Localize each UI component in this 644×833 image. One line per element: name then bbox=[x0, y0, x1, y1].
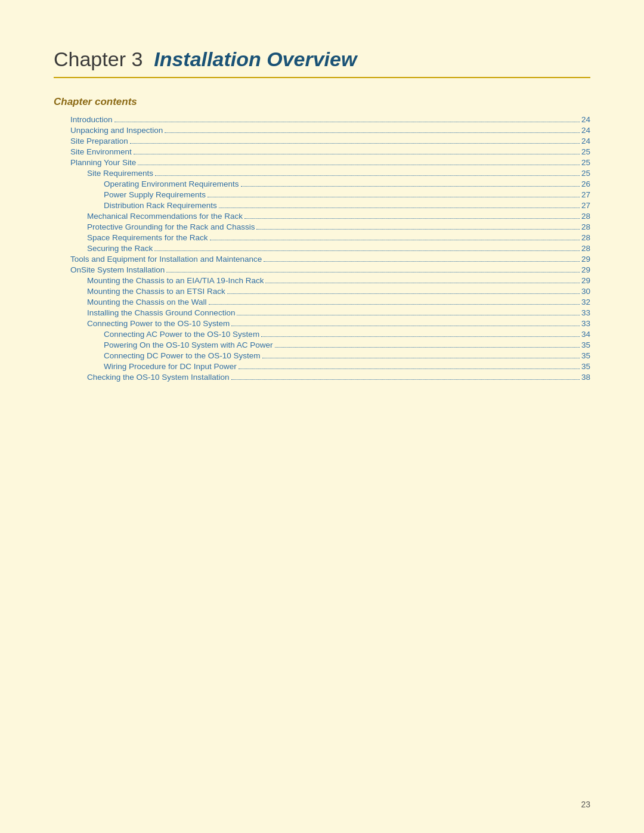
toc-page: 30 bbox=[581, 287, 590, 296]
toc-label: Protective Grounding for the Rack and Ch… bbox=[87, 222, 255, 231]
toc-entry[interactable]: Mechanical Recommendations for the Rack2… bbox=[54, 212, 590, 221]
toc-page: 35 bbox=[581, 362, 590, 371]
toc-page: 24 bbox=[581, 126, 590, 135]
chapter-title-text: Installation Overview bbox=[154, 48, 357, 70]
toc-dots bbox=[138, 165, 580, 165]
toc-entry[interactable]: Connecting Power to the OS-10 System33 bbox=[54, 319, 590, 328]
toc-page: 24 bbox=[581, 115, 590, 124]
toc-label: Operating Environment Requirements bbox=[104, 179, 239, 188]
toc-dots bbox=[155, 175, 580, 176]
toc-entry[interactable]: Site Requirements25 bbox=[54, 169, 590, 178]
page: Chapter 3 Installation Overview Chapter … bbox=[0, 0, 644, 833]
toc-entry[interactable]: Securing the Rack28 bbox=[54, 244, 590, 253]
toc-dots bbox=[165, 132, 580, 133]
toc-page: 29 bbox=[581, 255, 590, 264]
toc-dots bbox=[275, 347, 580, 348]
toc-label: Planning Your Site bbox=[70, 158, 136, 167]
toc-entry[interactable]: Installing the Chassis Ground Connection… bbox=[54, 308, 590, 317]
toc-page: 24 bbox=[581, 137, 590, 145]
toc-dots bbox=[114, 122, 580, 122]
toc-entry[interactable]: Wiring Procedure for DC Input Power35 bbox=[54, 362, 590, 371]
toc-entry[interactable]: Site Preparation24 bbox=[54, 137, 590, 145]
toc-dots bbox=[264, 261, 580, 262]
toc-page: 35 bbox=[581, 340, 590, 349]
toc-dots bbox=[241, 186, 580, 187]
toc-label: Space Requirements for the Rack bbox=[87, 233, 208, 242]
toc-dots bbox=[130, 143, 580, 144]
chapter-prefix: Chapter 3 bbox=[54, 48, 143, 70]
toc-dots bbox=[227, 293, 580, 294]
toc-dots bbox=[219, 208, 580, 208]
toc-dots bbox=[265, 283, 580, 283]
toc-label: Tools and Equipment for Installation and… bbox=[70, 255, 262, 264]
toc-entry[interactable]: Planning Your Site25 bbox=[54, 158, 590, 167]
toc-entry[interactable]: Distribution Rack Requirements27 bbox=[54, 201, 590, 210]
toc-label: Power Supply Requirements bbox=[104, 190, 206, 199]
toc-entry[interactable]: Tools and Equipment for Installation and… bbox=[54, 255, 590, 264]
toc-label: Unpacking and Inspection bbox=[70, 126, 163, 135]
toc-label: Mounting the Chassis to an EIA/TIA 19-In… bbox=[87, 276, 264, 285]
toc-entry[interactable]: Unpacking and Inspection24 bbox=[54, 126, 590, 135]
toc-dots bbox=[210, 240, 580, 240]
toc-entry[interactable]: Space Requirements for the Rack28 bbox=[54, 233, 590, 242]
toc-label: Connecting AC Power to the OS-10 System bbox=[104, 330, 259, 339]
toc-page: 29 bbox=[581, 265, 590, 274]
toc-dots bbox=[239, 368, 580, 369]
toc-dots bbox=[166, 272, 580, 272]
toc-page: 27 bbox=[581, 190, 590, 199]
toc-page: 28 bbox=[581, 244, 590, 253]
toc-label: Site Environment bbox=[70, 147, 132, 156]
toc-entry[interactable]: Site Environment25 bbox=[54, 147, 590, 156]
toc-entry[interactable]: Mounting the Chassis on the Wall32 bbox=[54, 298, 590, 306]
page-number: 23 bbox=[581, 800, 590, 809]
toc-dots bbox=[208, 197, 580, 197]
toc-page: 25 bbox=[581, 158, 590, 167]
toc-entry[interactable]: Mounting the Chassis to an ETSI Rack30 bbox=[54, 287, 590, 296]
toc-page: 38 bbox=[581, 373, 590, 382]
toc-entry[interactable]: OnSite System Installation29 bbox=[54, 265, 590, 274]
toc-label: Securing the Rack bbox=[87, 244, 153, 253]
toc-dots bbox=[209, 304, 580, 305]
toc-page: 28 bbox=[581, 222, 590, 231]
toc-page: 33 bbox=[581, 319, 590, 328]
toc-entry[interactable]: Connecting AC Power to the OS-10 System3… bbox=[54, 330, 590, 339]
toc-entry[interactable]: Protective Grounding for the Rack and Ch… bbox=[54, 222, 590, 231]
toc-label: Distribution Rack Requirements bbox=[104, 201, 217, 210]
toc-dots bbox=[231, 326, 580, 326]
toc-entry[interactable]: Operating Environment Requirements26 bbox=[54, 179, 590, 188]
toc-label: Site Preparation bbox=[70, 137, 128, 145]
toc-label: Checking the OS-10 System Installation bbox=[87, 373, 230, 382]
toc-page: 25 bbox=[581, 147, 590, 156]
toc-entry[interactable]: Introduction24 bbox=[54, 115, 590, 124]
toc-label: Wiring Procedure for DC Input Power bbox=[104, 362, 237, 371]
toc-page: 28 bbox=[581, 233, 590, 242]
toc-dots bbox=[237, 315, 580, 315]
toc-entry[interactable]: Mounting the Chassis to an EIA/TIA 19-In… bbox=[54, 276, 590, 285]
table-of-contents: Introduction24Unpacking and Inspection24… bbox=[54, 115, 590, 382]
toc-entry[interactable]: Checking the OS-10 System Installation38 bbox=[54, 373, 590, 382]
toc-entry[interactable]: Connecting DC Power to the OS-10 System3… bbox=[54, 351, 590, 360]
toc-label: Site Requirements bbox=[87, 169, 153, 178]
toc-page: 26 bbox=[581, 179, 590, 188]
toc-page: 32 bbox=[581, 298, 590, 306]
toc-label: Mechanical Recommendations for the Rack bbox=[87, 212, 243, 221]
toc-label: Powering On the OS-10 System with AC Pow… bbox=[104, 340, 273, 349]
toc-dots bbox=[261, 336, 580, 337]
toc-page: 29 bbox=[581, 276, 590, 285]
toc-label: Installing the Chassis Ground Connection bbox=[87, 308, 235, 317]
toc-label: Mounting the Chassis on the Wall bbox=[87, 298, 207, 306]
chapter-title: Chapter 3 Installation Overview bbox=[54, 48, 590, 71]
toc-label: Introduction bbox=[70, 115, 113, 124]
toc-entry[interactable]: Powering On the OS-10 System with AC Pow… bbox=[54, 340, 590, 349]
toc-dots bbox=[154, 250, 580, 251]
chapter-contents-section: Chapter contents Introduction24Unpacking… bbox=[54, 96, 590, 382]
toc-dots bbox=[256, 229, 580, 230]
toc-dots bbox=[231, 379, 580, 380]
toc-entry[interactable]: Power Supply Requirements27 bbox=[54, 190, 590, 199]
toc-dots bbox=[134, 154, 580, 154]
toc-page: 35 bbox=[581, 351, 590, 360]
toc-page: 34 bbox=[581, 330, 590, 339]
toc-dots bbox=[244, 218, 580, 219]
toc-page: 33 bbox=[581, 308, 590, 317]
toc-dots bbox=[262, 358, 580, 358]
